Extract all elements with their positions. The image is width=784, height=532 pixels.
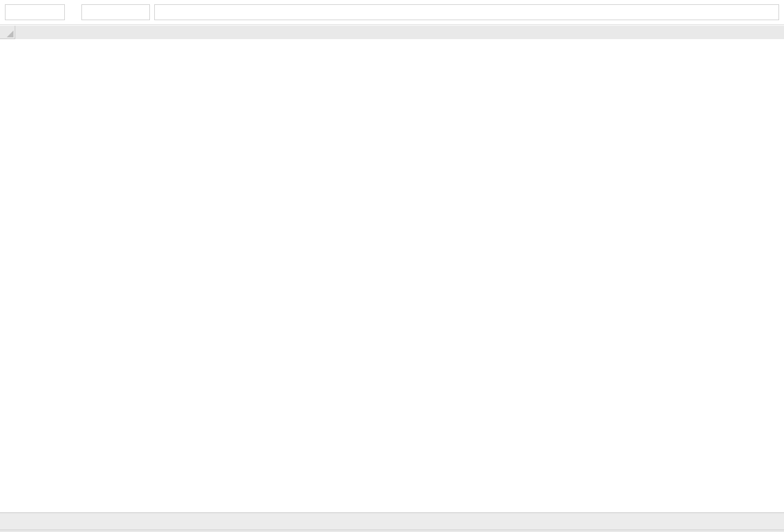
status-bar xyxy=(0,530,784,532)
spreadsheet-grid xyxy=(0,26,784,512)
separator-dots-icon xyxy=(70,4,79,20)
cancel-icon[interactable] xyxy=(82,5,105,20)
select-all-button[interactable] xyxy=(0,26,15,39)
sheet-tab-bar xyxy=(0,512,784,530)
formula-buttons xyxy=(81,4,150,20)
enter-icon[interactable] xyxy=(105,5,127,20)
insert-function-icon[interactable] xyxy=(127,5,149,20)
column-header-strip xyxy=(0,26,784,40)
formula-bar xyxy=(0,0,784,25)
formula-input[interactable] xyxy=(154,4,779,20)
name-box[interactable] xyxy=(5,4,65,20)
sheet-area xyxy=(0,39,784,512)
